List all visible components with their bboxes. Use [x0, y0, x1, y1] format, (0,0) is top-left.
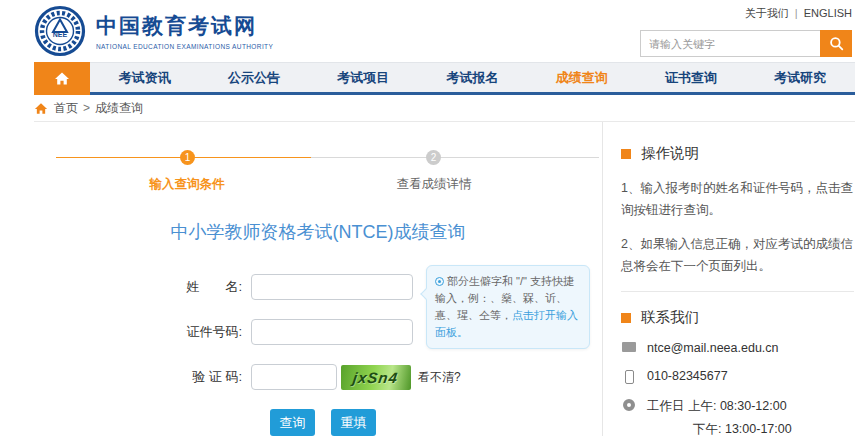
nav-home-button[interactable] [34, 62, 90, 95]
rare-character-tooltip: 部分生僻字和 "/" 支持快捷输入，例：、燊、槑、䜣、惪、瑆、仝等，点击打开输入… [426, 265, 590, 349]
orange-square-bullet-icon [621, 149, 631, 159]
about-us-link[interactable]: 关于我们 [745, 7, 789, 19]
nav-item-exam-news[interactable]: 考试资讯 [90, 63, 199, 92]
site-title: 中国教育考试网 [96, 12, 273, 40]
neea-logo-icon: NEE [34, 5, 86, 57]
search-input[interactable] [640, 30, 820, 57]
top-links: 关于我们|ENGLISH [640, 6, 852, 21]
contact-header: 联系我们 [621, 308, 854, 327]
nav-item-score-query[interactable]: 成绩查询 [527, 63, 636, 92]
captcha-field[interactable] [251, 364, 337, 390]
brand-text: 中国教育考试网 NATIONAL EDUCATION EXAMINATIONS … [96, 12, 273, 50]
link-separator: | [795, 7, 798, 19]
captcha-label: 验 证 码: [164, 368, 242, 386]
captcha-refresh-link[interactable]: 看不清? [418, 369, 461, 386]
search-button[interactable] [820, 30, 852, 57]
sidebar: 操作说明 1、输入报考时的姓名和证件号码，点击查询按钮进行查询。 2、如果输入信… [603, 122, 864, 436]
search-box [640, 30, 852, 57]
page-title: 中小学教师资格考试(NTCE)成绩查询 [34, 220, 602, 244]
id-number-field[interactable] [251, 319, 413, 345]
main-nav: 考试资讯 公示公告 考试项目 考试报名 成绩查询 证书查询 考试研究 [34, 62, 855, 95]
nav-item-exam-registration[interactable]: 考试报名 [418, 63, 527, 92]
nav-item-exam-programs[interactable]: 考试项目 [309, 63, 418, 92]
captcha-text: jxSn4 [352, 369, 399, 386]
captcha-image[interactable]: jxSn4 [341, 365, 411, 390]
name-label: 姓 名: [164, 278, 242, 296]
name-field[interactable] [251, 274, 413, 300]
tooltip-arrow [420, 288, 431, 299]
orange-square-bullet-icon [621, 313, 631, 323]
instructions-header: 操作说明 [621, 144, 854, 163]
breadcrumb-home-icon [34, 102, 48, 115]
step-indicator: 1 2 输入查询条件 查看成绩详情 [34, 144, 602, 206]
english-link[interactable]: ENGLISH [804, 7, 852, 19]
phone-icon [625, 370, 634, 384]
instruction-step-1: 1、输入报考时的姓名和证件号码，点击查询按钮进行查询。 [621, 177, 854, 221]
score-query-form: 姓 名: 部分生僻字和 "/" 支持快捷输入，例：、燊、槑、䜣、惪、瑆、仝等，点… [164, 274, 602, 390]
radio-bullet-icon [435, 277, 444, 286]
step-1-label: 输入查询条件 [112, 176, 262, 193]
contact-title: 联系我们 [641, 308, 699, 327]
svg-text:NEE: NEE [53, 31, 68, 38]
breadcrumb-current: 成绩查询 [95, 100, 143, 117]
contact-email: ntce@mail.neea.edu.cn [647, 341, 779, 355]
breadcrumb-separator: > [83, 101, 90, 115]
nav-item-certificate-query[interactable]: 证书查询 [636, 63, 745, 92]
nav-item-public-notices[interactable]: 公示公告 [199, 63, 308, 92]
site-subtitle: NATIONAL EDUCATION EXAMINATIONS AUTHORIT… [96, 43, 273, 50]
breadcrumb: 首页 > 成绩查询 [34, 95, 855, 122]
contact-hours-line2: 下午: 13:00-17:00 [693, 421, 854, 437]
instructions-title: 操作说明 [641, 144, 699, 163]
step-line-inactive [311, 157, 599, 158]
reset-button[interactable]: 重填 [331, 409, 376, 436]
sidebar-divider [621, 291, 854, 292]
breadcrumb-home-link[interactable]: 首页 [54, 100, 78, 117]
email-icon [622, 342, 636, 352]
step-2-label: 查看成绩详情 [359, 176, 509, 193]
contact-phone: 010-82345677 [647, 369, 728, 383]
contact-hours-line1: 工作日 上午: 08:30-12:00 [647, 398, 787, 415]
nav-item-exam-research[interactable]: 考试研究 [746, 63, 855, 92]
instruction-step-2: 2、如果输入信息正确，对应考试的成绩信息将会在下一个页面列出。 [621, 233, 854, 277]
site-header: NEE 中国教育考试网 NATIONAL EDUCATION EXAMINATI… [0, 0, 864, 62]
id-number-label: 证件号码: [164, 323, 242, 341]
step-2-dot: 2 [426, 150, 441, 165]
step-1-dot: 1 [180, 150, 195, 165]
clock-icon [623, 399, 635, 411]
query-button[interactable]: 查询 [270, 409, 315, 436]
search-icon [829, 36, 844, 51]
home-icon [54, 71, 70, 86]
query-panel: 1 2 输入查询条件 查看成绩详情 中小学教师资格考试(NTCE)成绩查询 姓 … [34, 122, 603, 436]
